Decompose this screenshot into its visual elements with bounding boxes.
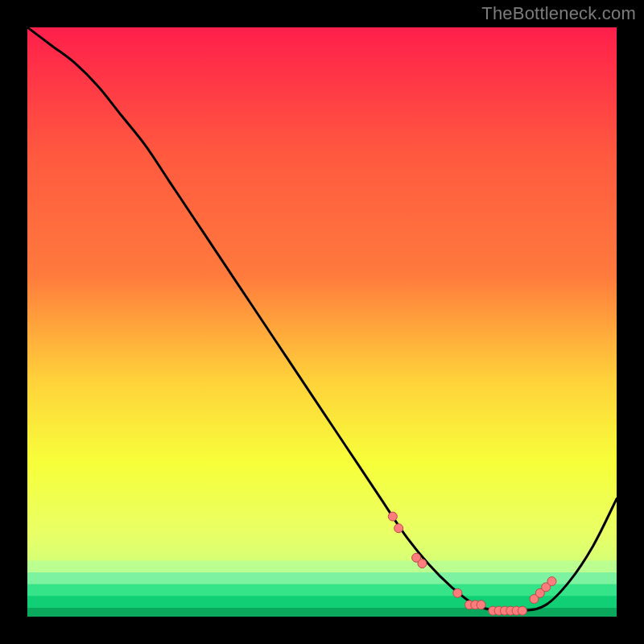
gradient-band: [27, 596, 617, 608]
data-marker: [418, 559, 427, 568]
gradient-band: [27, 561, 617, 573]
gradient-band: [27, 584, 617, 597]
data-marker: [547, 577, 556, 586]
data-marker: [518, 606, 526, 615]
gradient-background: [27, 27, 617, 617]
data-marker: [477, 601, 485, 609]
plot-area: [27, 27, 617, 617]
plot-svg: [27, 27, 617, 617]
watermark-text: TheBottleneck.com: [481, 3, 636, 24]
data-marker: [394, 524, 403, 533]
chart-stage: TheBottleneck.com: [0, 0, 644, 644]
data-marker: [388, 512, 397, 521]
gradient-band: [27, 572, 617, 584]
data-marker: [453, 588, 462, 597]
